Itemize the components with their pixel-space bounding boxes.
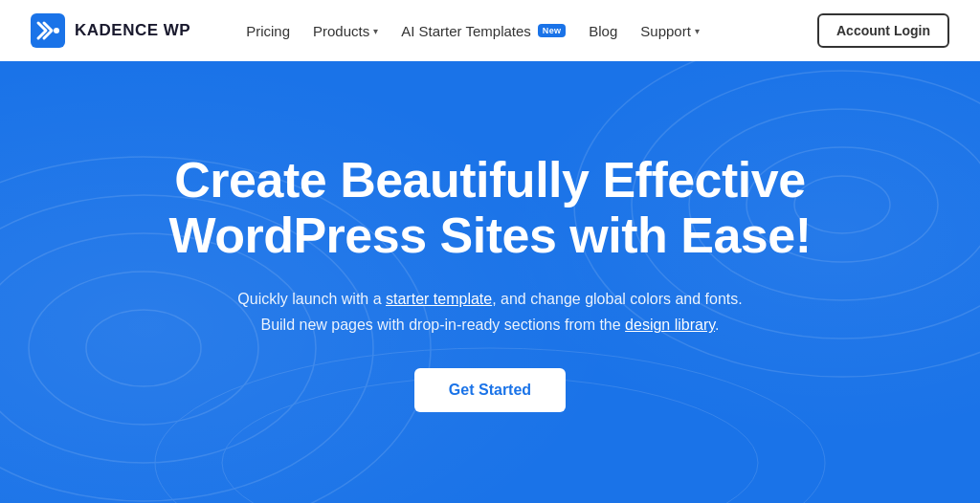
nav-item-blog: Blog — [579, 15, 627, 47]
hero-section: Create Beautifully Effective WordPress S… — [0, 61, 980, 503]
nav-link-products[interactable]: Products ▾ — [303, 15, 388, 47]
support-chevron-icon: ▾ — [695, 26, 700, 36]
nav-links: Pricing Products ▾ AI Starter Templates … — [236, 15, 709, 47]
hero-content: Create Beautifully Effective WordPress S… — [169, 152, 812, 413]
nav-link-support[interactable]: Support ▾ — [631, 15, 709, 47]
nav-item-pricing: Pricing — [236, 15, 300, 47]
navbar: KADENCE WP Pricing Products ▾ AI Starter… — [0, 0, 980, 61]
logo-icon — [31, 13, 65, 48]
hero-subtitle: Quickly launch with a starter template, … — [169, 286, 812, 338]
get-started-button[interactable]: Get Started — [414, 368, 566, 412]
hero-title: Create Beautifully Effective WordPress S… — [169, 152, 812, 263]
nav-item-products: Products ▾ — [303, 15, 388, 47]
design-library-link[interactable]: design library — [625, 317, 715, 333]
new-badge: New — [538, 24, 566, 37]
nav-link-blog[interactable]: Blog — [579, 15, 627, 47]
nav-item-support: Support ▾ — [631, 15, 709, 47]
products-chevron-icon: ▾ — [373, 26, 378, 36]
nav-link-pricing[interactable]: Pricing — [236, 15, 300, 47]
logo-link[interactable]: KADENCE WP — [31, 13, 190, 48]
svg-rect-0 — [31, 13, 65, 48]
nav-item-ai-starter: AI Starter Templates New — [391, 15, 575, 47]
account-login-button[interactable]: Account Login — [817, 13, 949, 48]
nav-link-ai-starter[interactable]: AI Starter Templates New — [391, 15, 575, 47]
svg-point-1 — [54, 28, 59, 33]
starter-template-link[interactable]: starter template — [386, 291, 492, 307]
logo-text: KADENCE WP — [75, 21, 190, 40]
